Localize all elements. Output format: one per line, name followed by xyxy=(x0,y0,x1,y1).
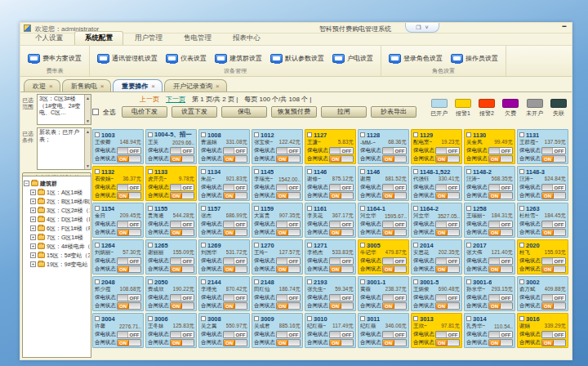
switch-state-toggle[interactable]: ON xyxy=(223,266,247,273)
card-checkbox[interactable] xyxy=(254,132,259,137)
power-protect-toggle[interactable]: OFF xyxy=(329,331,354,338)
expand-icon[interactable]: + xyxy=(30,190,36,195)
power-protect-toggle[interactable]: OFF xyxy=(170,147,194,154)
meter-card[interactable]: 1164-1 河立华 1595.67.. 保电状态 OFF 合闸状态 ON xyxy=(358,203,409,238)
card-checkbox[interactable] xyxy=(466,243,471,248)
power-protect-toggle[interactable]: OFF xyxy=(435,147,460,154)
meter-card[interactable]: 1145 李瑞光~ 1542.00.. 保电状态 OFF 合闸状态 ON xyxy=(252,166,303,201)
meter-card[interactable]: 1154 金日 209.45元 保电状态 OFF 合闸状态 ON xyxy=(92,203,144,238)
meter-card[interactable]: 3010 纪红薇~ 117.49元 保电状态 OFF 合闸状态 ON xyxy=(305,313,356,348)
switch-state-toggle[interactable]: ON xyxy=(117,155,141,163)
card-checkbox[interactable] xyxy=(413,206,418,211)
tree-root[interactable]: − 建筑群 xyxy=(24,179,90,188)
switch-state-toggle[interactable]: ON xyxy=(276,229,301,236)
tree-node[interactable]: + 1区：A区1#楼 xyxy=(24,188,90,197)
meter-card[interactable]: 1128 -MM-~ 68.36元 保电状态 OFF 合闸状态 ON xyxy=(358,129,409,164)
power-protect-toggle[interactable]: OFF xyxy=(117,184,141,191)
meter-card[interactable]: 1127 王濂~ 5.83元 保电状态 OFF 合闸状态 ON xyxy=(305,129,356,164)
meter-card[interactable]: 1269 刘国华 531.72元 保电状态 OFF 合闸状态 ON xyxy=(198,239,250,274)
close-icon[interactable]: × xyxy=(216,83,220,90)
power-protect-toggle[interactable]: OFF xyxy=(382,184,407,191)
card-checkbox[interactable] xyxy=(95,169,100,174)
meter-card[interactable]: 1263 杜桂雪~ 184.45元 保电状态 OFF 合闸状态 ON xyxy=(517,203,568,238)
close-icon[interactable]: × xyxy=(151,83,155,90)
card-checkbox[interactable] xyxy=(519,169,524,174)
meter-card[interactable]: 1132 石俊娟~ 36.37元 保电状态 OFF 合闸状态 ON xyxy=(92,166,144,201)
power-protect-toggle[interactable]: OFF xyxy=(117,331,141,338)
operator-settings-button[interactable]: 操作员设置 xyxy=(448,52,501,65)
meter-card[interactable]: 1164-2 河立华 3527.05.. 保电状态 OFF 合闸状态 ON xyxy=(411,203,462,238)
switch-state-toggle[interactable]: ON xyxy=(117,266,141,273)
switch-state-toggle[interactable]: ON xyxy=(276,339,301,346)
power-protect-toggle[interactable]: OFF xyxy=(382,331,407,338)
meter-card[interactable]: 3001-5 王炳俊 690.48元 保电状态 OFF 合闸状态 ON xyxy=(411,276,462,311)
switch-state-toggle[interactable]: ON xyxy=(382,339,407,346)
meter-settings-button[interactable]: 仪表设置 xyxy=(163,52,209,65)
power-protect-toggle[interactable]: OFF xyxy=(541,184,566,191)
trip-switch-button[interactable]: 拉闸 xyxy=(321,106,367,118)
power-protect-toggle[interactable]: OFF xyxy=(223,257,247,265)
power-protect-toggle[interactable]: OFF xyxy=(435,184,460,191)
meter-card[interactable]: 2020 桂飞 155.93元 保电状态 OFF 合闸状态 ON xyxy=(517,239,568,274)
switch-state-toggle[interactable]: ON xyxy=(382,229,407,236)
card-checkbox[interactable] xyxy=(201,206,206,211)
card-checkbox[interactable] xyxy=(413,243,418,248)
meter-card[interactable]: 1159 大富贵 907.35元 保电状态 OFF 合闸状态 ON xyxy=(252,203,303,238)
card-checkbox[interactable] xyxy=(201,279,206,284)
card-checkbox[interactable] xyxy=(519,316,524,321)
switch-state-toggle[interactable]: ON xyxy=(329,229,354,236)
switch-state-toggle[interactable]: ON xyxy=(329,339,354,346)
switch-state-toggle[interactable]: ON xyxy=(329,266,354,273)
collapse-icon[interactable]: − xyxy=(24,181,29,186)
expand-icon[interactable]: + xyxy=(30,216,36,222)
login-role-settings-button[interactable]: 登录角色设置 xyxy=(386,52,445,65)
power-protect-toggle[interactable]: OFF xyxy=(382,147,407,154)
card-checkbox[interactable] xyxy=(360,243,365,248)
expand-icon[interactable]: + xyxy=(30,225,36,231)
switch-state-toggle[interactable]: ON xyxy=(541,302,566,310)
switch-state-toggle[interactable]: ON xyxy=(170,266,194,273)
card-checkbox[interactable] xyxy=(307,279,312,284)
tree-node[interactable]: + 4区：D区1#楼（D区1… xyxy=(24,215,90,224)
card-checkbox[interactable] xyxy=(307,206,312,211)
meter-card[interactable]: 1157 张杰 686.99元 保电状态 OFF 合闸状态 ON xyxy=(198,203,250,238)
ribbon-tab-personal[interactable]: 个人设置 xyxy=(25,32,73,45)
card-checkbox[interactable] xyxy=(466,132,471,137)
switch-state-toggle[interactable]: ON xyxy=(488,192,513,199)
restore-prepaid-button[interactable]: 恢复预付费 xyxy=(271,106,317,118)
power-protect-toggle[interactable]: OFF xyxy=(329,147,354,154)
power-protect-toggle[interactable]: OFF xyxy=(329,294,354,301)
switch-state-toggle[interactable]: ON xyxy=(435,155,460,163)
switch-state-toggle[interactable]: ON xyxy=(382,302,407,310)
power-protect-toggle[interactable]: OFF xyxy=(541,147,566,154)
ribbon-tab-system[interactable]: 系统配置 xyxy=(74,31,123,45)
window-controls-pill[interactable]: ❐ ˅ xyxy=(405,23,439,33)
switch-state-toggle[interactable]: ON xyxy=(488,339,513,346)
power-protect-toggle[interactable]: OFF xyxy=(117,294,141,301)
card-checkbox[interactable] xyxy=(413,169,418,174)
power-protect-toggle[interactable]: OFF xyxy=(488,184,513,191)
switch-state-toggle[interactable]: ON xyxy=(117,339,141,346)
power-protect-toggle[interactable]: OFF xyxy=(541,294,566,301)
tree-node[interactable]: + 3区：C区2#楼（1#变… xyxy=(24,206,90,215)
tab-account-records[interactable]: 开户记录查询× xyxy=(164,79,227,92)
card-checkbox[interactable] xyxy=(413,279,418,284)
power-protect-toggle[interactable]: OFF xyxy=(223,294,247,301)
switch-state-toggle[interactable]: ON xyxy=(435,266,460,273)
switch-state-toggle[interactable]: ON xyxy=(435,339,460,346)
tree-node[interactable]: + 2区：B区1#楼/B区1#楼 xyxy=(24,197,90,206)
card-checkbox[interactable] xyxy=(254,279,259,284)
selected-condition-box[interactable]: 新装表；已开户表； ▲▼ xyxy=(37,127,91,170)
tree-node[interactable]: + 6区：F区1#楼（F区1#… xyxy=(24,224,90,233)
meter-card[interactable]: 1148-1,522 代强钰 330.41元 保电状态 OFF 合闸状态 ON xyxy=(411,166,462,201)
select-all-checkbox[interactable] xyxy=(92,109,99,115)
card-checkbox[interactable] xyxy=(466,279,471,284)
scroll-down-icon[interactable]: ▼ xyxy=(86,163,90,170)
switch-state-toggle[interactable]: ON xyxy=(223,192,247,199)
card-checkbox[interactable] xyxy=(201,243,206,248)
power-protect-toggle[interactable]: OFF xyxy=(488,294,513,301)
switch-state-toggle[interactable]: ON xyxy=(329,302,354,310)
ribbon-tab-reports[interactable]: 报表中心 xyxy=(223,32,270,45)
power-protect-toggle[interactable]: OFF xyxy=(382,294,407,301)
power-protect-toggle[interactable]: OFF xyxy=(329,184,354,191)
